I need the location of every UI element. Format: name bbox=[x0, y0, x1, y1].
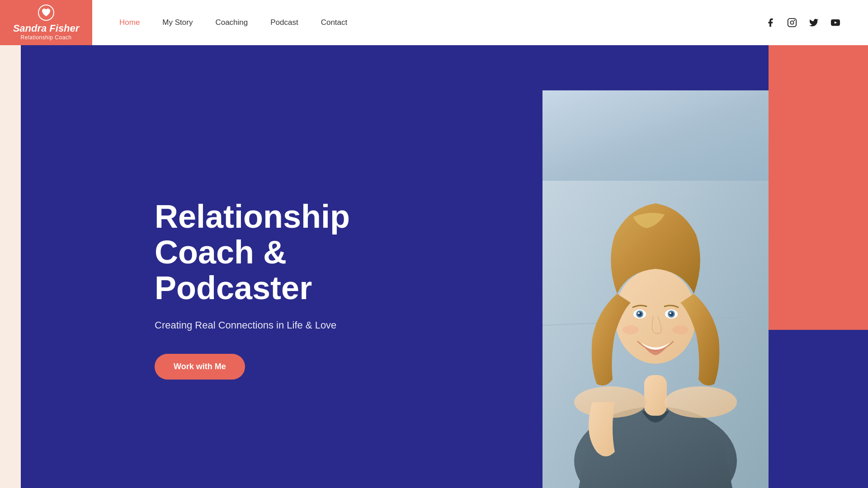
hero-title: Relationship Coach & Podcaster bbox=[155, 199, 350, 306]
nav-link-contact[interactable]: Contact bbox=[321, 18, 348, 27]
nav-item-home[interactable]: Home bbox=[119, 18, 140, 27]
nav-link-coaching[interactable]: Coaching bbox=[215, 18, 248, 27]
hero-photo-container bbox=[542, 90, 769, 488]
nav-link-home[interactable]: Home bbox=[119, 18, 140, 27]
logo-box[interactable]: Sandra Fisher Relationship Coach bbox=[0, 0, 92, 45]
svg-point-3 bbox=[794, 20, 795, 21]
svg-point-10 bbox=[665, 386, 737, 418]
svg-rect-1 bbox=[788, 19, 796, 27]
svg-point-18 bbox=[669, 312, 674, 316]
logo-heart-circle bbox=[38, 5, 54, 21]
svg-point-2 bbox=[790, 21, 793, 24]
svg-point-20 bbox=[623, 325, 639, 334]
hero-subtitle: Creating Real Connections in Life & Love bbox=[155, 319, 350, 331]
person-illustration bbox=[542, 90, 769, 488]
svg-point-19 bbox=[670, 312, 671, 314]
hero-title-line2: Coach & bbox=[155, 234, 287, 270]
svg-rect-8 bbox=[644, 375, 667, 416]
nav-link-my-story[interactable]: My Story bbox=[162, 18, 193, 27]
nav-item-coaching[interactable]: Coaching bbox=[215, 18, 248, 27]
nav-link-podcast[interactable]: Podcast bbox=[270, 18, 298, 27]
social-icons bbox=[765, 17, 841, 28]
nav-item-my-story[interactable]: My Story bbox=[162, 18, 193, 27]
instagram-icon[interactable] bbox=[787, 17, 797, 28]
hero-title-line1: Relationship bbox=[155, 198, 350, 235]
logo-name: Sandra Fisher bbox=[13, 23, 80, 34]
hero-section: Relationship Coach & Podcaster Creating … bbox=[21, 45, 868, 488]
navbar: Home My Story Coaching Podcast Contact bbox=[92, 0, 868, 45]
facebook-icon[interactable] bbox=[765, 17, 776, 28]
svg-point-15 bbox=[638, 312, 640, 314]
svg-point-14 bbox=[637, 312, 642, 316]
nav-item-contact[interactable]: Contact bbox=[321, 18, 348, 27]
twitter-icon[interactable] bbox=[808, 17, 819, 28]
youtube-icon[interactable] bbox=[830, 17, 841, 28]
work-with-me-button[interactable]: Work with Me bbox=[155, 354, 245, 380]
nav-links: Home My Story Coaching Podcast Contact bbox=[119, 18, 347, 27]
hero-text: Relationship Coach & Podcaster Creating … bbox=[155, 199, 350, 380]
hero-title-line3: Podcaster bbox=[155, 270, 312, 306]
logo-subtitle: Relationship Coach bbox=[20, 34, 71, 41]
svg-point-21 bbox=[672, 325, 689, 334]
nav-item-podcast[interactable]: Podcast bbox=[270, 18, 298, 27]
hero-photo bbox=[542, 90, 769, 488]
